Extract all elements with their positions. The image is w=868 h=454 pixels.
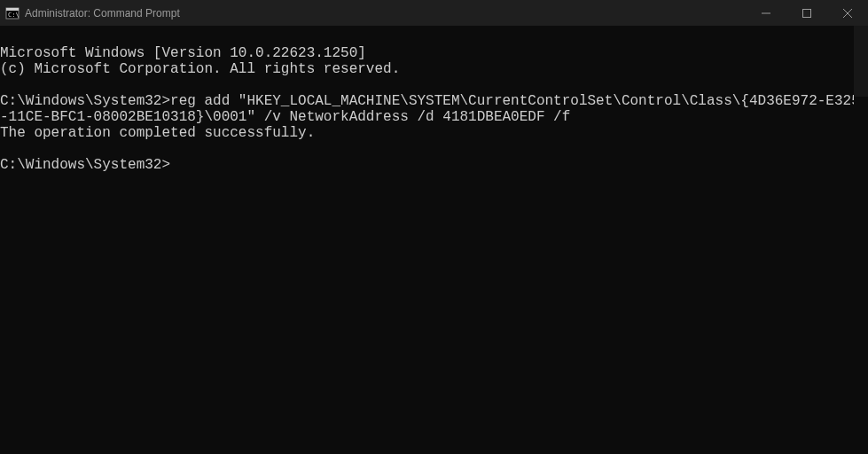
scrollbar[interactable] [854, 26, 868, 454]
minimize-button[interactable] [746, 0, 786, 26]
scrollbar-thumb[interactable] [854, 26, 868, 97]
prompt-text: C:\Windows\System32> [0, 93, 170, 109]
title-left: C:\ Administrator: Command Prompt [5, 6, 180, 20]
window-controls [746, 0, 868, 26]
terminal-area[interactable]: Microsoft Windows [Version 10.0.22623.12… [0, 26, 868, 173]
svg-text:C:\: C:\ [8, 12, 20, 19]
copyright-line: (c) Microsoft Corporation. All rights re… [0, 61, 400, 77]
window-title: Administrator: Command Prompt [25, 7, 180, 20]
result-line: The operation completed successfully. [0, 125, 315, 141]
close-button[interactable] [827, 0, 868, 26]
maximize-button[interactable] [786, 0, 827, 26]
title-bar[interactable]: C:\ Administrator: Command Prompt [0, 0, 868, 26]
cmd-icon: C:\ [5, 6, 20, 20]
version-line: Microsoft Windows [Version 10.0.22623.12… [0, 45, 366, 61]
command-line: C:\Windows\System32>reg add "HKEY_LOCAL_… [0, 93, 860, 125]
prompt-line: C:\Windows\System32> [0, 157, 177, 173]
svg-rect-1 [6, 8, 19, 11]
cursor [170, 159, 177, 173]
svg-rect-4 [803, 9, 811, 17]
prompt-text: C:\Windows\System32> [0, 157, 170, 173]
